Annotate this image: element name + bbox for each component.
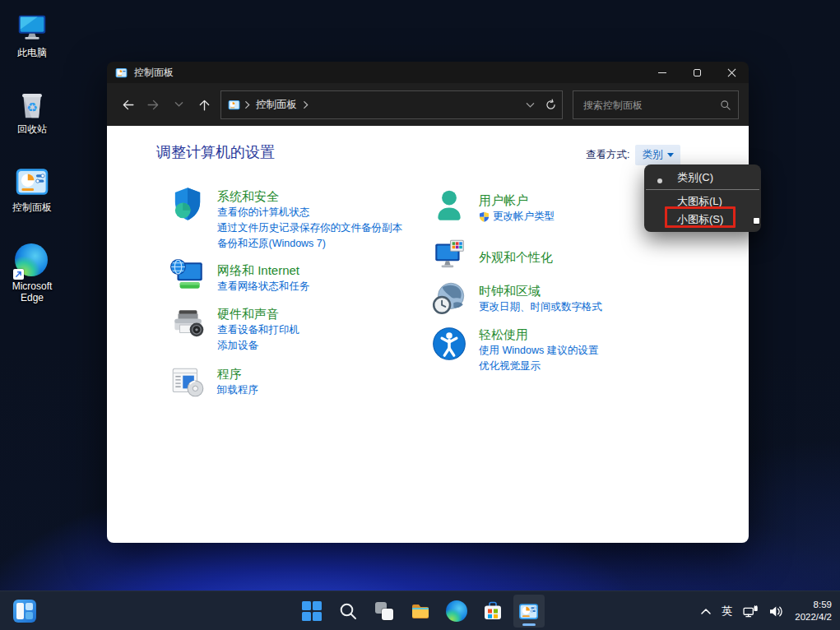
category-programs: 程序 卸载程序: [169, 359, 258, 401]
minimize-icon: [658, 72, 666, 73]
windows-logo-icon: [302, 601, 322, 621]
back-button[interactable]: [115, 91, 141, 118]
maximize-button[interactable]: [680, 62, 714, 83]
annotation-highlight-box: [665, 206, 736, 228]
desktop-icon-control-panel[interactable]: 控制面板: [5, 164, 59, 213]
up-arrow-icon: [197, 97, 212, 113]
category-title-link[interactable]: 系统和安全: [217, 188, 402, 205]
control-panel-icon: [518, 601, 539, 622]
address-dropdown-icon[interactable]: [526, 102, 535, 109]
edge-icon: [15, 243, 49, 278]
forward-arrow-icon: [146, 97, 161, 113]
taskbar-search-button[interactable]: [332, 595, 364, 628]
category-title-link[interactable]: 用户帐户: [479, 192, 555, 209]
category-task-link[interactable]: 通过文件历史记录保存你的文件备份副本: [217, 220, 402, 236]
category-task-link[interactable]: 更改日期、时间或数字格式: [479, 299, 602, 315]
desktop-icon-label: Microsoft Edge: [5, 280, 59, 303]
view-by-label: 查看方式:: [586, 148, 629, 162]
appearance-personalization-icon[interactable]: [430, 236, 468, 274]
file-explorer-icon: [410, 600, 431, 622]
search-box[interactable]: [573, 90, 739, 119]
category-title-link[interactable]: 外观和个性化: [479, 248, 553, 266]
shortcut-arrow-icon: [13, 269, 24, 280]
category-task-link[interactable]: 优化视觉显示: [479, 359, 598, 374]
desktop-icon-label: 回收站: [5, 123, 59, 135]
tray-time: 8:59: [795, 599, 832, 611]
minimize-button[interactable]: [645, 62, 680, 83]
category-task-link[interactable]: 更改帐户类型: [479, 209, 555, 225]
store-icon: [482, 600, 504, 622]
mouse-cursor: [754, 218, 759, 224]
breadcrumb-chevron-icon: [303, 100, 309, 109]
store-button[interactable]: [477, 595, 508, 628]
network-tray-button[interactable]: [743, 605, 759, 618]
desktop-icon-recycle-bin[interactable]: ♻ 回收站: [5, 86, 59, 135]
category-task-link[interactable]: 查看网络状态和任务: [217, 279, 310, 294]
volume-tray-button[interactable]: [769, 605, 784, 618]
up-button[interactable]: [192, 91, 217, 118]
category-task-link[interactable]: 查看你的计算机状态: [217, 205, 402, 220]
window-app-icon: [115, 67, 128, 79]
active-app-indicator: [522, 623, 536, 626]
menu-separator: [646, 189, 759, 190]
close-button[interactable]: [714, 62, 749, 83]
desktop-icon-this-pc[interactable]: 此电脑: [5, 10, 59, 58]
uac-shield-icon: [479, 211, 490, 222]
task-view-button[interactable]: [369, 595, 400, 628]
search-icon: [338, 601, 358, 621]
network-internet-icon[interactable]: [169, 257, 207, 295]
maximize-icon: [694, 69, 701, 76]
category-task-link[interactable]: 使用 Windows 建议的设置: [479, 343, 598, 359]
clock-tray-button[interactable]: 8:59 2022/4/2: [795, 599, 832, 623]
category-title-link[interactable]: 网络和 Internet: [217, 262, 310, 279]
refresh-icon[interactable]: [545, 99, 557, 111]
hardware-sound-icon[interactable]: [169, 304, 207, 342]
widgets-icon: [13, 600, 36, 623]
category-task-link[interactable]: 备份和还原(Windows 7): [217, 236, 402, 252]
menu-item-category[interactable]: 类别(C): [644, 168, 761, 188]
recent-pages-button[interactable]: [166, 91, 192, 118]
start-button[interactable]: [296, 595, 327, 628]
category-appearance-personalization: 外观和个性化: [430, 234, 553, 274]
category-hardware-sound: 硬件和声音 查看设备和打印机 添加设备: [169, 299, 299, 354]
network-icon: [743, 605, 759, 618]
forward-button[interactable]: [141, 91, 166, 118]
category-task-link[interactable]: 卸载程序: [217, 382, 258, 398]
category-title-link[interactable]: 程序: [217, 365, 258, 382]
category-task-link[interactable]: 添加设备: [217, 338, 299, 354]
view-by-value: 类别: [642, 148, 662, 162]
page-title: 调整计算机的设置: [156, 142, 275, 162]
category-title-link[interactable]: 硬件和声音: [217, 305, 299, 322]
search-input[interactable]: [582, 99, 720, 112]
user-accounts-icon[interactable]: [430, 187, 468, 225]
ime-indicator[interactable]: 英: [722, 604, 732, 618]
navigation-bar: 控制面板: [107, 83, 749, 126]
category-clock-region: 时钟和区域 更改日期、时间或数字格式: [430, 276, 602, 317]
breadcrumb-control-panel[interactable]: 控制面板: [256, 98, 297, 112]
address-bar[interactable]: 控制面板: [220, 90, 563, 119]
tray-date: 2022/4/2: [795, 611, 832, 623]
speaker-icon: [769, 605, 784, 618]
clock-region-icon[interactable]: [430, 280, 468, 317]
category-title-link[interactable]: 轻松使用: [479, 326, 598, 343]
view-by-dropdown-button[interactable]: 类别: [635, 145, 680, 165]
category-network-internet: 网络和 Internet 查看网络状态和任务: [169, 256, 310, 295]
category-ease-of-access: 轻松使用 使用 Windows 建议的设置 优化视觉显示: [430, 320, 598, 374]
breadcrumb-app-icon: [228, 99, 240, 111]
taskbar: 英 8:59 2022/4/2: [0, 591, 840, 630]
chevron-down-icon: [174, 101, 183, 108]
ease-of-access-icon[interactable]: [430, 325, 468, 363]
widgets-button[interactable]: [7, 595, 43, 628]
control-panel-taskbar-button[interactable]: [513, 595, 545, 628]
category-user-accounts: 用户帐户 更改帐户类型: [430, 185, 555, 225]
desktop-icon-edge[interactable]: Microsoft Edge: [5, 243, 59, 303]
category-task-link[interactable]: 查看设备和打印机: [217, 322, 299, 338]
desktop-icon-label: 此电脑: [5, 47, 59, 58]
system-security-icon[interactable]: [169, 185, 207, 223]
programs-icon[interactable]: [169, 363, 207, 401]
tray-chevron-up-button[interactable]: [701, 609, 711, 614]
category-title-link[interactable]: 时钟和区域: [479, 282, 602, 299]
file-explorer-button[interactable]: [405, 595, 436, 628]
desktop-icon-label: 控制面板: [5, 202, 59, 213]
edge-button[interactable]: [441, 595, 472, 628]
